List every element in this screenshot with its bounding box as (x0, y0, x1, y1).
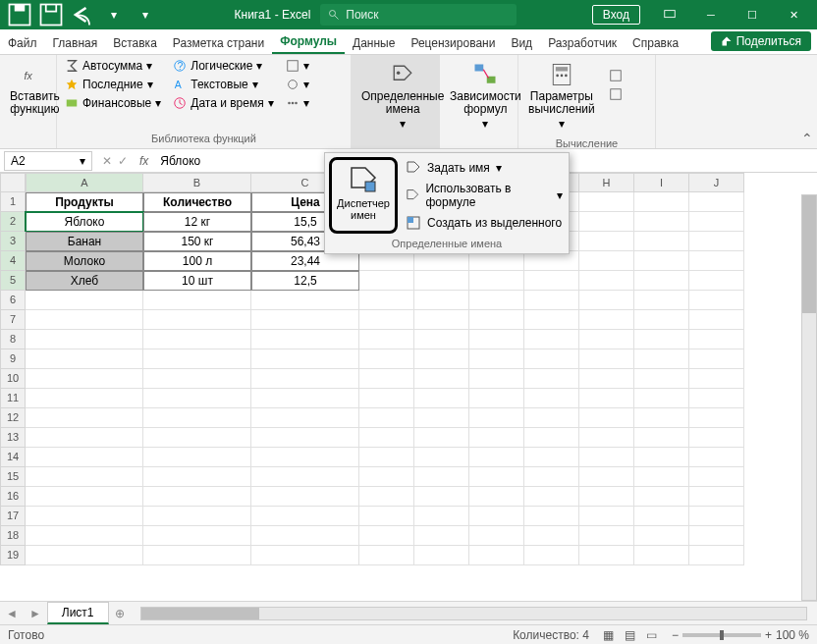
cell[interactable] (469, 487, 524, 507)
close-icon[interactable]: ✕ (774, 0, 813, 29)
cell[interactable] (143, 369, 251, 389)
undo-icon[interactable] (69, 1, 96, 28)
cell[interactable] (689, 507, 744, 526)
cell[interactable] (143, 349, 251, 369)
cell[interactable] (414, 467, 469, 487)
cell[interactable] (251, 310, 359, 330)
sheet-tab-1[interactable]: Лист1 (47, 602, 109, 624)
cell[interactable] (251, 408, 359, 428)
add-sheet-icon[interactable]: ⊕ (109, 607, 131, 620)
cell[interactable]: 100 л (143, 251, 251, 271)
cell[interactable]: 150 кг (143, 232, 251, 251)
cell[interactable] (689, 212, 744, 232)
cell[interactable] (634, 546, 689, 565)
cell[interactable] (414, 310, 469, 330)
cell[interactable] (26, 389, 143, 408)
calc-params-button[interactable]: Параметры вычислений ▾ (522, 57, 601, 135)
cell[interactable] (689, 448, 744, 467)
cell[interactable] (579, 526, 634, 546)
cell[interactable] (251, 467, 359, 487)
cell[interactable] (414, 448, 469, 467)
cell[interactable] (26, 546, 143, 565)
menu-file[interactable]: Файл (0, 32, 45, 54)
cell[interactable] (414, 428, 469, 448)
set-name-button[interactable]: Задать имя ▾ (404, 157, 565, 179)
cell[interactable] (579, 546, 634, 565)
zoom-out-icon[interactable]: − (672, 628, 679, 642)
cell[interactable] (634, 389, 689, 408)
cell[interactable] (579, 467, 634, 487)
col-header-A[interactable]: A (26, 173, 143, 192)
cell[interactable] (469, 369, 524, 389)
cell[interactable] (634, 467, 689, 487)
cell[interactable]: Количество (143, 192, 251, 212)
cell[interactable] (143, 448, 251, 467)
cell[interactable] (359, 467, 414, 487)
cell[interactable] (26, 526, 143, 546)
cell[interactable] (524, 271, 579, 291)
row-header[interactable]: 7 (0, 310, 26, 330)
tab-next-icon[interactable]: ► (24, 607, 47, 620)
cell[interactable] (524, 467, 579, 487)
math-button[interactable]: ▾ (282, 76, 313, 93)
cell[interactable] (634, 408, 689, 428)
cell[interactable] (26, 428, 143, 448)
cell[interactable] (469, 389, 524, 408)
fx-icon[interactable]: fx (139, 154, 148, 168)
cell[interactable] (524, 526, 579, 546)
row-header[interactable]: 18 (0, 526, 26, 546)
cell[interactable]: 23,44 (251, 251, 359, 271)
row-header[interactable]: 2 (0, 212, 26, 232)
cell[interactable]: 12,5 (251, 271, 359, 291)
more-fn-button[interactable]: ▾ (282, 94, 313, 112)
text-button[interactable]: AТекстовые ▾ (169, 76, 277, 93)
cell[interactable] (143, 467, 251, 487)
cell[interactable] (689, 330, 744, 349)
cell[interactable] (359, 546, 414, 565)
cell[interactable] (634, 428, 689, 448)
name-manager-button[interactable]: Диспетчер имен (329, 157, 398, 234)
cell[interactable] (689, 349, 744, 369)
cell[interactable] (469, 546, 524, 565)
cell[interactable] (579, 369, 634, 389)
cell[interactable] (414, 271, 469, 291)
cell[interactable] (689, 369, 744, 389)
cell[interactable] (143, 526, 251, 546)
cell[interactable] (26, 408, 143, 428)
cell[interactable] (524, 546, 579, 565)
cell[interactable] (359, 369, 414, 389)
cell[interactable] (26, 291, 143, 310)
ribbon-options-icon[interactable] (650, 0, 689, 29)
cell[interactable] (634, 291, 689, 310)
zoom-control[interactable]: − + 100 % (672, 628, 809, 642)
row-header[interactable]: 12 (0, 408, 26, 428)
view-break-icon[interactable]: ▭ (642, 627, 662, 643)
zoom-slider[interactable] (682, 633, 761, 637)
cell[interactable] (579, 330, 634, 349)
row-header[interactable]: 9 (0, 349, 26, 369)
formula-deps-button[interactable]: Зависимости формул ▾ (444, 57, 527, 135)
row-header[interactable]: 8 (0, 330, 26, 349)
cell[interactable] (689, 251, 744, 271)
cell[interactable] (469, 271, 524, 291)
cell[interactable] (143, 310, 251, 330)
cell[interactable] (689, 310, 744, 330)
cell[interactable] (251, 448, 359, 467)
cell[interactable] (26, 330, 143, 349)
cell[interactable] (359, 448, 414, 467)
cell[interactable] (414, 487, 469, 507)
view-normal-icon[interactable]: ▦ (599, 627, 619, 643)
zoom-in-icon[interactable]: + (765, 628, 772, 642)
cell[interactable] (414, 408, 469, 428)
cell[interactable] (634, 507, 689, 526)
cell[interactable] (359, 251, 414, 271)
row-header[interactable]: 17 (0, 507, 26, 526)
cell[interactable] (359, 330, 414, 349)
cell[interactable] (689, 408, 744, 428)
cell[interactable] (579, 192, 634, 212)
cell[interactable] (579, 428, 634, 448)
cell[interactable] (251, 291, 359, 310)
row-header[interactable]: 15 (0, 467, 26, 487)
cell[interactable] (579, 448, 634, 467)
cell[interactable] (414, 389, 469, 408)
